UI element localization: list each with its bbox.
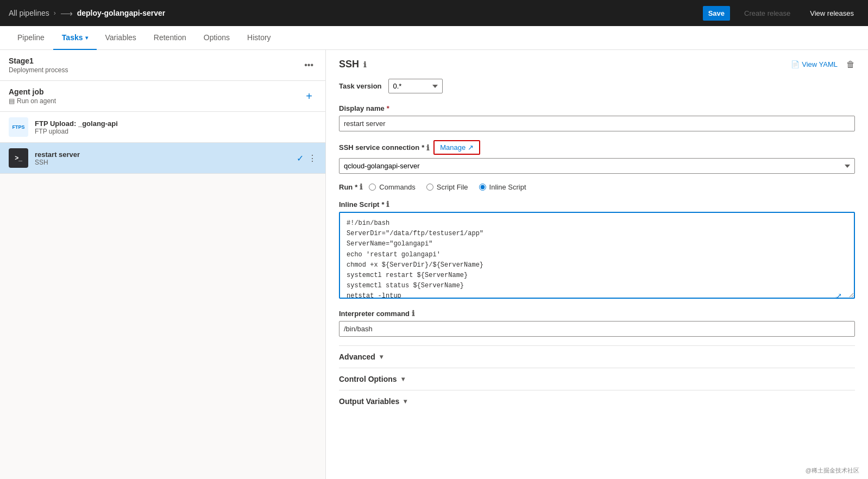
task-row-ssh[interactable]: >_ restart server SSH ✓ ⋮	[0, 143, 325, 174]
advanced-chevron: ▾	[380, 353, 383, 361]
inline-script-row: Inline Script * ℹ #!/bin/bash ServerDir=…	[339, 200, 855, 300]
inline-script-required: *	[381, 200, 384, 209]
stage-info: Stage1 Deployment process	[9, 56, 68, 74]
expand-icon[interactable]: ⤢	[835, 291, 842, 301]
check-icon: ✓	[297, 153, 304, 163]
interpreter-input[interactable]	[339, 321, 855, 337]
view-releases-button[interactable]: View releases	[804, 6, 859, 21]
inline-script-textarea[interactable]: #!/bin/bash ServerDir="/data/ftp/testuse…	[339, 212, 855, 299]
run-radio-group: Commands Script File Inline Script	[369, 183, 526, 191]
control-options-header[interactable]: Control Options ▾	[339, 375, 855, 383]
tab-pipeline[interactable]: Pipeline	[9, 26, 53, 50]
interpreter-label: Interpreter command ℹ	[339, 309, 855, 318]
advanced-section: Advanced ▾	[339, 345, 855, 368]
task-version-select[interactable]: 0.* 1.*	[388, 79, 443, 93]
display-name-row: Display name *	[339, 104, 855, 131]
breadcrumb-chevron: ›	[54, 9, 56, 17]
run-option-commands[interactable]: Commands	[369, 183, 415, 191]
ssh-task-type: SSH	[35, 159, 290, 166]
breadcrumb: All pipelines › ⟶ deploy-golangapi-serve…	[9, 8, 165, 18]
tasks-dropdown-arrow: ▾	[85, 35, 88, 41]
ftp-task-type: FTP upload	[35, 128, 317, 135]
agent-job-info: Agent job ▤ Run on agent	[9, 87, 56, 105]
tab-tasks[interactable]: Tasks ▾	[53, 26, 97, 50]
control-options-chevron: ▾	[401, 375, 405, 383]
ssh-connection-info-icon[interactable]: ℹ	[426, 143, 429, 152]
ssh-icon: >_	[9, 148, 28, 168]
ssh-connection-required: *	[422, 143, 424, 152]
run-required: *	[355, 183, 357, 191]
save-button[interactable]: Save	[703, 6, 730, 21]
manage-button[interactable]: Manage ↗	[433, 140, 480, 155]
top-bar: All pipelines › ⟶ deploy-golangapi-serve…	[0, 0, 868, 26]
ssh-connection-label: SSH service connection * ℹ	[339, 143, 429, 152]
ftp-task-name: FTP Upload: _golang-api	[35, 119, 317, 128]
run-label: Run * ℹ	[339, 182, 362, 191]
run-option-script-file[interactable]: Script File	[426, 183, 468, 191]
task-version-row: Task version 0.* 1.*	[339, 79, 855, 93]
ssh-title: SSH ℹ	[339, 59, 366, 70]
ssh-info-icon[interactable]: ℹ	[363, 60, 366, 69]
control-options-section: Control Options ▾	[339, 368, 855, 390]
run-on-agent-icon: ▤	[9, 97, 15, 105]
tab-history[interactable]: History	[238, 26, 280, 50]
output-variables-header[interactable]: Output Variables ▾	[339, 397, 855, 406]
run-inlinescript-radio[interactable]	[479, 184, 486, 191]
connection-select-wrapper: qcloud-golangapi-server	[339, 158, 855, 174]
left-panel: Stage1 Deployment process ••• Agent job …	[0, 50, 326, 479]
ssh-task-name: restart server	[35, 150, 290, 159]
ftp-icon: FTPS	[9, 117, 28, 137]
add-task-button[interactable]: +	[301, 88, 317, 105]
inline-script-info-icon[interactable]: ℹ	[386, 200, 389, 209]
run-scriptfile-radio[interactable]	[426, 184, 433, 191]
view-yaml-button[interactable]: 📄 View YAML	[791, 60, 838, 68]
display-name-input[interactable]	[339, 116, 855, 131]
run-row: Run * ℹ Commands Script File Inl	[339, 182, 855, 191]
ssh-task-info: restart server SSH	[35, 150, 290, 166]
agent-job-row: Agent job ▤ Run on agent +	[0, 81, 325, 112]
right-panel: SSH ℹ 📄 View YAML 🗑 Task version 0.* 1.*	[326, 50, 868, 479]
agent-job-subtitle: ▤ Run on agent	[9, 97, 56, 105]
stage-title: Stage1	[9, 56, 68, 65]
output-variables-chevron: ▾	[404, 398, 407, 405]
advanced-header[interactable]: Advanced ▾	[339, 352, 855, 361]
task-row-ftp[interactable]: FTPS FTP Upload: _golang-api FTP upload	[0, 112, 325, 143]
ftp-task-info: FTP Upload: _golang-api FTP upload	[35, 119, 317, 135]
view-yaml-icon: 📄	[791, 60, 800, 68]
top-bar-actions: Save Create release View releases	[703, 6, 859, 21]
ssh-task-actions: ✓ ⋮	[297, 153, 317, 163]
inline-script-label: Inline Script * ℹ	[339, 200, 855, 209]
tab-variables[interactable]: Variables	[97, 26, 145, 50]
breadcrumb-link[interactable]: All pipelines	[9, 9, 49, 17]
tab-retention[interactable]: Retention	[145, 26, 195, 50]
ssh-task-dots-button[interactable]: ⋮	[308, 153, 317, 163]
stage-header: Stage1 Deployment process •••	[0, 50, 325, 81]
stage-subtitle: Deployment process	[9, 66, 68, 74]
watermark: @稀土掘金技术社区	[806, 467, 859, 475]
task-version-label: Task version	[339, 82, 382, 90]
main-content: Stage1 Deployment process ••• Agent job …	[0, 50, 868, 479]
delete-task-button[interactable]: 🗑	[846, 60, 855, 70]
display-name-required: *	[387, 104, 389, 112]
interpreter-row: Interpreter command ℹ	[339, 309, 855, 337]
agent-job-title: Agent job	[9, 87, 56, 96]
ssh-header-actions: 📄 View YAML 🗑	[791, 60, 855, 70]
tab-options[interactable]: Options	[195, 26, 238, 50]
ssh-header: SSH ℹ 📄 View YAML 🗑	[339, 59, 855, 70]
manage-external-icon: ↗	[468, 143, 474, 152]
run-option-inline-script[interactable]: Inline Script	[479, 183, 526, 191]
pipeline-name: deploy-golangapi-server	[77, 9, 166, 17]
run-label-row: Run * ℹ Commands Script File Inl	[339, 182, 855, 191]
create-release-button[interactable]: Create release	[739, 6, 796, 21]
output-variables-section: Output Variables ▾	[339, 390, 855, 412]
run-commands-radio[interactable]	[369, 184, 376, 191]
ssh-connection-select[interactable]: qcloud-golangapi-server	[339, 158, 855, 174]
display-name-label: Display name *	[339, 104, 855, 112]
interpreter-info-icon[interactable]: ℹ	[412, 309, 414, 318]
pipeline-icon: ⟶	[60, 8, 73, 18]
stage-ellipsis-button[interactable]: •••	[301, 58, 317, 72]
connection-label-row: SSH service connection * ℹ Manage ↗	[339, 140, 855, 155]
nav-tabs: Pipeline Tasks ▾ Variables Retention Opt…	[0, 26, 868, 50]
run-info-icon[interactable]: ℹ	[360, 182, 362, 191]
ssh-connection-form-row: SSH service connection * ℹ Manage ↗ qclo…	[339, 140, 855, 174]
